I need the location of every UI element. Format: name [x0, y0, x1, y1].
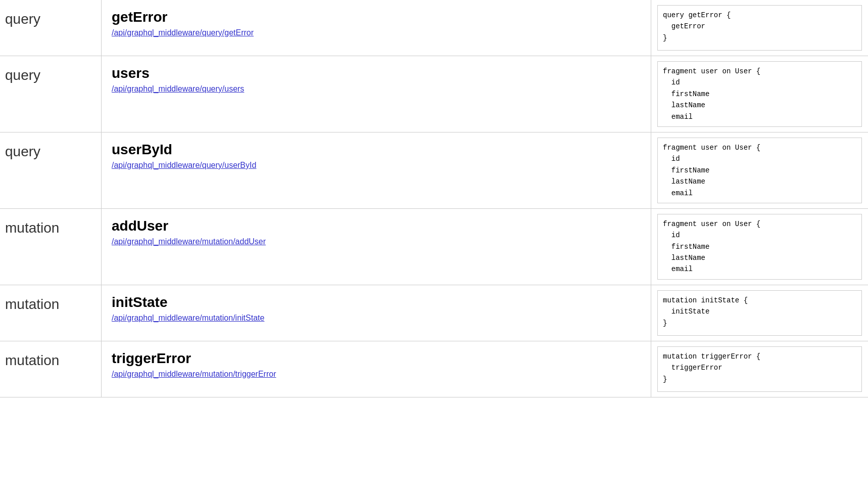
- col-type-users: query: [0, 56, 101, 132]
- code-block-initState: mutation initState { initState }: [657, 290, 862, 336]
- endpoint-name-addUser: addUser: [112, 218, 641, 234]
- col-type-userById: query: [0, 132, 101, 208]
- endpoint-url-addUser[interactable]: /api/graphql_middleware/mutation/addUser: [112, 237, 266, 246]
- col-code-getError: query getError { getError }: [651, 0, 868, 56]
- col-info-addUser: addUser /api/graphql_middleware/mutation…: [101, 209, 651, 285]
- table-row: query users /api/graphql_middleware/quer…: [0, 56, 868, 132]
- type-label-triggerError: mutation: [5, 352, 59, 369]
- code-block-userById: fragment user on User { id firstName las…: [657, 138, 862, 203]
- endpoint-url-userById[interactable]: /api/graphql_middleware/query/userById: [112, 161, 256, 169]
- type-label-initState: mutation: [5, 296, 59, 313]
- col-info-initState: initState /api/graphql_middleware/mutati…: [101, 285, 651, 341]
- endpoint-name-initState: initState: [112, 294, 641, 310]
- type-label-addUser: mutation: [5, 220, 59, 236]
- endpoint-url-initState[interactable]: /api/graphql_middleware/mutation/initSta…: [112, 314, 264, 322]
- endpoint-name-triggerError: triggerError: [112, 350, 641, 367]
- col-info-triggerError: triggerError /api/graphql_middleware/mut…: [101, 341, 651, 397]
- api-table: query getError /api/graphql_middleware/q…: [0, 0, 868, 397]
- col-type-initState: mutation: [0, 285, 101, 341]
- endpoint-name-users: users: [112, 65, 641, 81]
- endpoint-url-getError[interactable]: /api/graphql_middleware/query/getError: [112, 28, 254, 37]
- col-code-addUser: fragment user on User { id firstName las…: [651, 209, 868, 285]
- endpoint-name-userById: userById: [112, 142, 641, 158]
- col-type-getError: query: [0, 0, 101, 56]
- col-code-userById: fragment user on User { id firstName las…: [651, 132, 868, 208]
- col-type-addUser: mutation: [0, 209, 101, 285]
- col-info-users: users /api/graphql_middleware/query/user…: [101, 56, 651, 132]
- col-info-getError: getError /api/graphql_middleware/query/g…: [101, 0, 651, 56]
- col-code-initState: mutation initState { initState }: [651, 285, 868, 341]
- endpoint-url-triggerError[interactable]: /api/graphql_middleware/mutation/trigger…: [112, 370, 276, 378]
- code-block-addUser: fragment user on User { id firstName las…: [657, 214, 862, 280]
- type-label-users: query: [5, 67, 40, 83]
- type-label-getError: query: [5, 11, 40, 27]
- code-block-triggerError: mutation triggerError { triggerError }: [657, 346, 862, 392]
- table-row: mutation addUser /api/graphql_middleware…: [0, 209, 868, 285]
- code-block-users: fragment user on User { id firstName las…: [657, 61, 862, 127]
- endpoint-url-users[interactable]: /api/graphql_middleware/query/users: [112, 84, 244, 93]
- col-info-userById: userById /api/graphql_middleware/query/u…: [101, 132, 651, 208]
- table-row: query getError /api/graphql_middleware/q…: [0, 0, 868, 56]
- table-row: mutation triggerError /api/graphql_middl…: [0, 341, 868, 397]
- table-row: mutation initState /api/graphql_middlewa…: [0, 285, 868, 341]
- endpoint-name-getError: getError: [112, 9, 641, 25]
- type-label-userById: query: [5, 144, 40, 160]
- col-type-triggerError: mutation: [0, 341, 101, 397]
- code-block-getError: query getError { getError }: [657, 5, 862, 51]
- col-code-triggerError: mutation triggerError { triggerError }: [651, 341, 868, 397]
- table-row: query userById /api/graphql_middleware/q…: [0, 132, 868, 209]
- col-code-users: fragment user on User { id firstName las…: [651, 56, 868, 132]
